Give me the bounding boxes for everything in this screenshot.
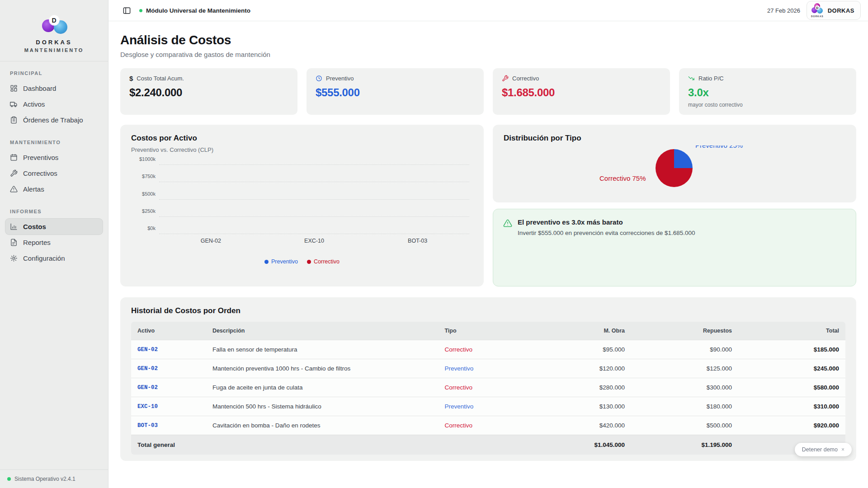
- stop-demo-label: Detener demo: [802, 446, 838, 453]
- stat-card-ratio: Ratio P/C 3.0x mayor costo correctivo: [679, 68, 856, 115]
- cell-total: $920.000: [738, 416, 845, 435]
- sidebar-nav: PRINCIPAL Dashboard Activos Órdenes de T…: [0, 61, 108, 469]
- cell-activo[interactable]: GEN-02: [131, 359, 206, 378]
- sidebar-item-reportes[interactable]: Reportes: [5, 235, 103, 250]
- table-row: EXC-10Mantención 500 hrs - Sistema hidrá…: [131, 397, 845, 416]
- legend-item: Correctivo: [307, 258, 340, 265]
- table-footer-row: Total general $1.045.000 $1.195.000: [131, 435, 845, 455]
- stop-demo-button[interactable]: Detener demo ×: [795, 443, 852, 456]
- stat-card-preventivo: Preventivo $555.000: [307, 68, 484, 115]
- sidebar-item-label: Preventivos: [23, 154, 58, 161]
- sidebar-item-costos[interactable]: Costos: [5, 219, 103, 235]
- cell-repuestos: $300.000: [631, 378, 738, 397]
- y-axis-tick: $0k: [131, 225, 156, 231]
- legend-label: Correctivo: [314, 258, 340, 265]
- sidebar-item-activos[interactable]: Activos: [5, 96, 103, 112]
- sidebar-item-configuracion[interactable]: Configuración: [5, 250, 103, 266]
- calendar-icon: [10, 154, 18, 161]
- insight-box: El preventivo es 3.0x más barato Inverti…: [493, 209, 856, 286]
- page-content: Análisis de Costos Desglose y comparativ…: [108, 21, 868, 488]
- sidebar-item-label: Dashboard: [23, 84, 56, 92]
- x-axis-label: EXC-10: [304, 238, 324, 244]
- insight-title: El preventivo es 3.0x más barato: [518, 218, 695, 226]
- wrench-icon: [10, 169, 18, 177]
- cell-repuestos: $125.000: [631, 359, 738, 378]
- alert-triangle-icon: [10, 185, 18, 193]
- col-mobra: M. Obra: [538, 322, 631, 340]
- cell-descripcion: Cavitación en bomba - Daño en rodetes: [206, 416, 439, 435]
- app-window: D DORKAS MANTENIMIENTO PRINCIPAL Dashboa…: [0, 0, 868, 488]
- cell-descripcion: Mantención preventiva 1000 hrs - Cambio …: [206, 359, 439, 378]
- badge-logo-block: D DORKAS: [811, 3, 824, 18]
- page-subtitle: Desglose y comparativa de gastos de mant…: [120, 51, 856, 58]
- cell-m-obra: $120.000: [538, 359, 631, 378]
- table-row: GEN-02Falla en sensor de temperaturaCorr…: [131, 340, 845, 359]
- header-date: 27 Feb 2026: [767, 7, 800, 14]
- gridline: [159, 182, 469, 182]
- bar-plot: $0k$250k$500k$750k$1000k: [159, 165, 469, 234]
- cell-total: $580.000: [738, 378, 845, 397]
- table-row: BOT-03Cavitación en bomba - Daño en rode…: [131, 416, 845, 435]
- sidebar-item-dashboard[interactable]: Dashboard: [5, 80, 103, 96]
- bar-chart-subtitle: Preventivo vs. Correctivo (CLP): [131, 146, 473, 153]
- sidebar-item-alertas[interactable]: Alertas: [5, 181, 103, 197]
- stat-note: mayor costo correctivo: [688, 102, 847, 108]
- app-title: Módulo Universal de Mantenimiento: [139, 7, 250, 14]
- cell-activo[interactable]: GEN-02: [131, 340, 206, 359]
- table-title: Historial de Costos por Orden: [131, 306, 845, 315]
- cost-history-panel: Historial de Costos por Orden Activo Des…: [120, 297, 856, 461]
- x-axis-label: BOT-03: [408, 238, 427, 244]
- cell-activo[interactable]: GEN-02: [131, 378, 206, 397]
- stat-value: $1.685.000: [502, 86, 661, 99]
- dashboard-icon: [10, 84, 18, 92]
- gridline: [159, 216, 469, 217]
- gear-icon: [10, 254, 18, 262]
- legend-label: Preventivo: [271, 258, 298, 265]
- cost-table: Activo Descripción Tipo M. Obra Repuesto…: [131, 322, 845, 455]
- close-icon[interactable]: ×: [841, 446, 844, 453]
- bar-chart-panel: Costos por Activo Preventivo vs. Correct…: [120, 125, 484, 286]
- cell-tipo: Preventivo: [438, 359, 538, 378]
- gridline: [159, 234, 469, 234]
- status-text: Sistema Operativo v2.4.1: [14, 476, 75, 482]
- cell-tipo: Correctivo: [438, 340, 538, 359]
- x-axis-label: GEN-02: [201, 238, 221, 244]
- user-badge[interactable]: D DORKAS DORKAS: [807, 1, 861, 20]
- bar-categories: GEN-02EXC-10BOT-03: [159, 238, 469, 247]
- col-tipo: Tipo: [438, 322, 538, 340]
- trend-down-icon: [688, 75, 695, 82]
- bar-chart-title: Costos por Activo: [131, 134, 473, 143]
- cell-repuestos: $500.000: [631, 416, 738, 435]
- stat-label: Costo Total Acum.: [137, 75, 184, 82]
- sidebar-item-label: Alertas: [23, 185, 44, 193]
- sidebar-toggle-button[interactable]: [120, 4, 133, 17]
- wrench-icon: [502, 75, 509, 82]
- table-row: GEN-02Fuga de aceite en junta de culataC…: [131, 378, 845, 397]
- stat-card-total: $ Costo Total Acum. $2.240.000: [120, 68, 297, 115]
- bar-legend: PreventivoCorrectivo: [131, 258, 473, 265]
- nav-section-informes: INFORMES: [5, 209, 103, 214]
- status-dot-icon: [7, 477, 11, 481]
- cell-activo[interactable]: EXC-10: [131, 397, 206, 416]
- sidebar-item-label: Correctivos: [23, 169, 57, 177]
- sidebar-item-correctivos[interactable]: Correctivos: [5, 165, 103, 181]
- pie-chart-panel: Distribución por Tipo Preventivo 25% Cor…: [493, 125, 856, 202]
- app-title-text: Módulo Universal de Mantenimiento: [146, 7, 250, 14]
- cell-repuestos: $180.000: [631, 397, 738, 416]
- table-row: GEN-02Mantención preventiva 1000 hrs - C…: [131, 359, 845, 378]
- legend-dot-icon: [307, 260, 311, 264]
- stat-label: Preventivo: [326, 75, 354, 82]
- brand-name: DORKAS: [5, 39, 104, 46]
- sidebar-item-preventivos[interactable]: Preventivos: [5, 150, 103, 165]
- stat-value: $2.240.000: [129, 86, 288, 99]
- system-status: Sistema Operativo v2.4.1: [0, 469, 108, 488]
- y-axis-tick: $750k: [131, 174, 156, 179]
- col-descripcion: Descripción: [206, 322, 439, 340]
- cell-activo[interactable]: BOT-03: [131, 416, 206, 435]
- sidebar-item-ordenes[interactable]: Órdenes de Trabajo: [5, 112, 103, 128]
- gridline: [159, 199, 469, 200]
- y-axis-tick: $250k: [131, 208, 156, 214]
- pie-chart-title: Distribución por Tipo: [504, 134, 845, 143]
- col-activo: Activo: [131, 322, 206, 340]
- badge-caption: DORKAS: [811, 15, 824, 18]
